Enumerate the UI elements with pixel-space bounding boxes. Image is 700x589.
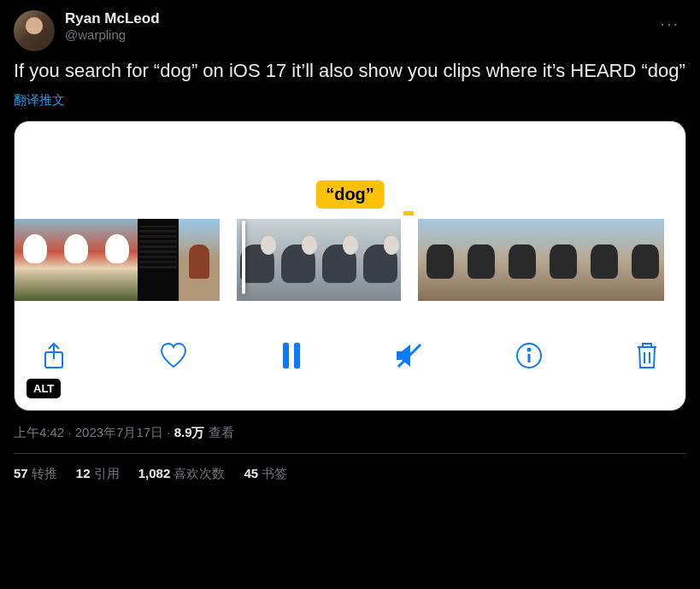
clip-group[interactable] — [418, 219, 664, 297]
clip-group[interactable] — [15, 219, 220, 297]
clip-thumbnail — [138, 219, 179, 301]
trash-icon[interactable] — [634, 340, 660, 371]
clip-thumbnail — [360, 219, 401, 301]
playhead[interactable] — [242, 221, 245, 294]
clip-thumbnail — [179, 219, 220, 301]
likes-stat[interactable]: 1,082 喜欢次数 — [138, 466, 226, 482]
clips-timeline — [15, 215, 685, 306]
clip-thumbnail — [56, 219, 97, 301]
clip-thumbnail — [418, 219, 459, 301]
clip-thumbnail — [623, 219, 664, 301]
author-block[interactable]: Ryan McLeod @warpling — [65, 10, 643, 42]
retweets-stat[interactable]: 57 转推 — [14, 466, 57, 482]
svg-rect-2 — [294, 343, 300, 368]
bookmarks-stat[interactable]: 45 书签 — [244, 466, 287, 482]
views-label: 查看 — [205, 425, 234, 439]
info-icon[interactable] — [515, 341, 544, 370]
clip-group[interactable] — [237, 219, 401, 297]
share-icon[interactable] — [40, 340, 68, 371]
chip-pointer — [403, 211, 414, 215]
post-date: 2023年7月17日 — [75, 425, 163, 439]
stats-row: 57 转推 12 引用 1,082 喜欢次数 45 书签 — [14, 454, 686, 482]
display-name: Ryan McLeod — [65, 10, 643, 27]
meta-row[interactable]: 上午4:42 · 2023年7月17日 · 8.9万 查看 — [14, 425, 686, 441]
clip-thumbnail — [97, 219, 138, 301]
tweet-text: If you search for “dog” on iOS 17 it’ll … — [14, 58, 686, 84]
post-time: 上午4:42 — [14, 425, 64, 439]
search-tag-chip: “dog” — [315, 180, 385, 209]
clip-thumbnail — [319, 219, 360, 301]
clip-thumbnail — [582, 219, 623, 301]
heart-icon[interactable] — [158, 341, 189, 370]
svg-rect-1 — [283, 343, 289, 368]
clip-thumbnail — [459, 219, 500, 301]
more-menu-button[interactable]: ··· — [653, 10, 686, 37]
tweet-container: Ryan McLeod @warpling ··· If you search … — [0, 0, 700, 492]
translate-link[interactable]: 翻译推文 — [14, 92, 65, 109]
media-controls — [15, 306, 685, 410]
handle: @warpling — [65, 27, 643, 42]
svg-point-5 — [528, 348, 531, 350]
media-top-area: “dog” — [15, 121, 685, 215]
media-card[interactable]: “dog” — [14, 121, 686, 411]
alt-badge[interactable]: ALT — [26, 379, 61, 398]
quotes-stat[interactable]: 12 引用 — [76, 466, 120, 482]
mute-icon[interactable] — [393, 341, 424, 370]
views-count: 8.9万 — [174, 425, 205, 439]
clip-thumbnail — [15, 219, 56, 301]
avatar[interactable] — [14, 10, 55, 51]
clip-thumbnail — [278, 219, 319, 301]
pause-icon[interactable] — [279, 341, 303, 370]
clip-thumbnail — [541, 219, 582, 301]
tweet-header: Ryan McLeod @warpling ··· — [14, 10, 686, 51]
clip-thumbnail — [500, 219, 541, 301]
